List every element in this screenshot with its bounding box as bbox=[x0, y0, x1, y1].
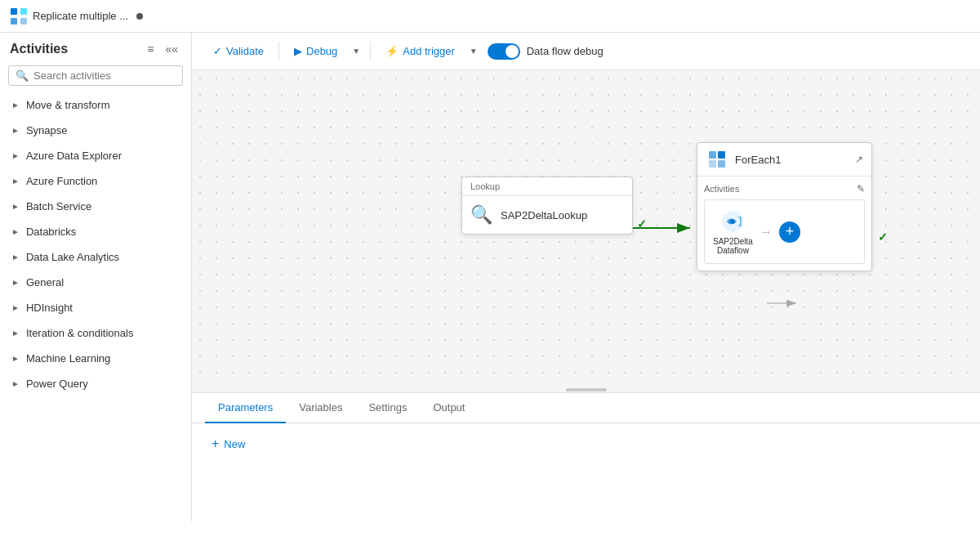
add-activity-button[interactable]: + bbox=[779, 221, 800, 243]
trigger-dropdown-icon: ▼ bbox=[470, 47, 478, 56]
right-panel: ✓ Validate ▶ Debug ▼ ⚡ Add trigger ▼ bbox=[192, 33, 980, 521]
sidebar-header: Activities ≡ «« bbox=[0, 33, 191, 62]
validate-button[interactable]: ✓ Validate bbox=[205, 41, 272, 61]
sidebar-item-label-hdinsight: HDInsight bbox=[26, 302, 73, 314]
foreach-title-row: ForEach1 bbox=[706, 148, 781, 171]
sidebar-item-label-general: General bbox=[26, 276, 64, 288]
sidebar-item-label-databricks: Databricks bbox=[26, 226, 76, 238]
sidebar-item-machine-learning[interactable]: ► Machine Learning bbox=[0, 346, 191, 371]
chevron-right-icon: ► bbox=[11, 329, 20, 338]
foreach-inner-canvas: SAP2DeltaDataflow → + bbox=[704, 199, 865, 264]
dropdown-arrow-icon: ▼ bbox=[352, 47, 360, 56]
svg-point-13 bbox=[730, 219, 735, 224]
debug-label: Debug bbox=[306, 45, 337, 57]
app-title: Replicate multiple ... bbox=[33, 10, 128, 22]
sidebar-list: ► Move & transform ► Synapse ► Azure Dat… bbox=[0, 92, 191, 521]
sidebar-item-label-synapse: Synapse bbox=[26, 124, 68, 136]
unsaved-indicator bbox=[136, 13, 143, 20]
tab-content: + New bbox=[192, 423, 980, 521]
tab-variables[interactable]: Variables bbox=[286, 393, 355, 423]
sidebar-item-label-move-transform: Move & transform bbox=[26, 99, 110, 111]
add-trigger-button[interactable]: ⚡ Add trigger bbox=[377, 41, 463, 61]
sidebar-item-power-query[interactable]: ► Power Query bbox=[0, 371, 191, 396]
foreach-inner: Activities ✎ bbox=[697, 177, 871, 271]
debug-play-icon: ▶ bbox=[294, 45, 302, 57]
foreach-node-header: ForEach1 ↗ bbox=[697, 143, 871, 177]
chevron-right-icon: ► bbox=[11, 202, 20, 211]
sidebar-item-synapse[interactable]: ► Synapse bbox=[0, 118, 191, 143]
sidebar-item-hdinsight[interactable]: ► HDInsight bbox=[0, 295, 191, 320]
app-logo: Replicate multiple ... bbox=[10, 7, 143, 25]
svg-rect-8 bbox=[709, 151, 716, 159]
sidebar-item-batch-service[interactable]: ► Batch Service bbox=[0, 194, 191, 219]
toggle-thumb bbox=[506, 45, 519, 58]
svg-rect-9 bbox=[718, 151, 725, 159]
debug-dropdown-button[interactable]: ▼ bbox=[349, 42, 363, 60]
inner-dataflow-node[interactable]: SAP2DeltaDataflow bbox=[713, 208, 753, 255]
data-flow-debug-toggle[interactable] bbox=[488, 43, 520, 60]
scroll-thumb[interactable] bbox=[566, 388, 607, 391]
data-flow-debug-toggle-area: Data flow debug bbox=[488, 43, 604, 60]
foreach-success-check: ✓ bbox=[878, 230, 888, 244]
svg-rect-3 bbox=[20, 18, 27, 25]
lookup-success-check: ✓ bbox=[637, 217, 647, 230]
inner-arrow-icon: → bbox=[760, 225, 773, 239]
sidebar-item-databricks[interactable]: ► Databricks bbox=[0, 219, 191, 244]
separator-1 bbox=[278, 42, 279, 61]
tab-output[interactable]: Output bbox=[420, 393, 478, 423]
sidebar-item-move-transform[interactable]: ► Move & transform bbox=[0, 92, 191, 118]
main-layout: Activities ≡ «« 🔍 ► Move & transform ► S… bbox=[0, 33, 980, 521]
svg-rect-2 bbox=[11, 18, 17, 25]
tab-parameters[interactable]: Parameters bbox=[205, 393, 286, 423]
sidebar-item-azure-function[interactable]: ► Azure Function bbox=[0, 168, 191, 194]
search-box: 🔍 bbox=[8, 65, 183, 86]
top-bar: Replicate multiple ... bbox=[0, 0, 980, 33]
chevron-right-icon: ► bbox=[11, 253, 20, 262]
sidebar: Activities ≡ «« 🔍 ► Move & transform ► S… bbox=[0, 33, 192, 521]
foreach-node-name: ForEach1 bbox=[735, 154, 781, 166]
add-trigger-label: Add trigger bbox=[403, 45, 455, 57]
canvas[interactable]: ✓ ✓ Lookup 🔍 SAP2DeltaLookup bbox=[192, 70, 980, 387]
chevron-right-icon: ► bbox=[11, 101, 20, 110]
logo-icon bbox=[10, 7, 28, 25]
debug-button[interactable]: ▶ Debug bbox=[286, 41, 345, 61]
sidebar-item-label-power-query: Power Query bbox=[26, 378, 88, 390]
foreach-icon bbox=[706, 148, 728, 171]
data-flow-debug-label: Data flow debug bbox=[527, 45, 604, 57]
chevron-right-icon: ► bbox=[11, 126, 20, 135]
sidebar-item-label-azure-data-explorer: Azure Data Explorer bbox=[26, 150, 122, 162]
trigger-dropdown-button[interactable]: ▼ bbox=[466, 42, 481, 60]
chevron-right-icon: ► bbox=[11, 177, 20, 186]
sidebar-item-label-machine-learning: Machine Learning bbox=[26, 352, 110, 364]
sidebar-item-iteration-conditionals[interactable]: ► Iteration & conditionals bbox=[0, 320, 191, 346]
search-input[interactable] bbox=[33, 69, 176, 82]
toolbar: ✓ Validate ▶ Debug ▼ ⚡ Add trigger ▼ bbox=[192, 33, 980, 70]
chevron-right-icon: ► bbox=[11, 278, 20, 287]
new-button[interactable]: + New bbox=[205, 433, 967, 454]
lookup-node[interactable]: Lookup 🔍 SAP2DeltaLookup bbox=[461, 177, 633, 235]
lookup-node-icon: 🔍 bbox=[470, 204, 492, 226]
chevron-right-icon: ► bbox=[11, 354, 20, 363]
svg-rect-10 bbox=[709, 160, 716, 168]
sidebar-item-general[interactable]: ► General bbox=[0, 270, 191, 295]
foreach-inner-label: Activities ✎ bbox=[704, 183, 865, 195]
svg-rect-0 bbox=[11, 8, 17, 15]
chevron-right-icon: ► bbox=[11, 227, 20, 236]
chevron-right-icon: ► bbox=[11, 151, 20, 160]
tab-settings[interactable]: Settings bbox=[355, 393, 420, 423]
sidebar-item-label-data-lake-analytics: Data Lake Analytics bbox=[26, 251, 119, 263]
sidebar-item-azure-data-explorer[interactable]: ► Azure Data Explorer bbox=[0, 143, 191, 168]
sidebar-item-label-iteration-conditionals: Iteration & conditionals bbox=[26, 327, 134, 339]
foreach-expand-icon[interactable]: ↗ bbox=[855, 154, 863, 165]
dataflow-icon bbox=[719, 208, 746, 235]
foreach-node[interactable]: ForEach1 ↗ Activities ✎ bbox=[697, 142, 872, 271]
bottom-panel: ParametersVariablesSettingsOutput + New bbox=[192, 392, 980, 521]
new-btn-label: New bbox=[224, 438, 245, 450]
collapse-icon[interactable]: ≡ bbox=[144, 41, 157, 57]
lookup-node-body: 🔍 SAP2DeltaLookup bbox=[462, 196, 632, 234]
edit-icon[interactable]: ✎ bbox=[857, 183, 865, 195]
sidebar-item-label-batch-service: Batch Service bbox=[26, 200, 91, 212]
separator-2 bbox=[370, 42, 371, 61]
minimize-icon[interactable]: «« bbox=[162, 41, 181, 57]
sidebar-item-data-lake-analytics[interactable]: ► Data Lake Analytics bbox=[0, 244, 191, 270]
